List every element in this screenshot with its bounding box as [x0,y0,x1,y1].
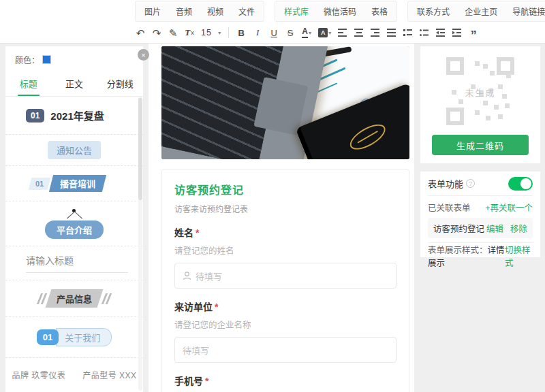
linked-form-label: 已关联表单 [428,201,471,214]
form-feature-label: 表单功能 [428,177,463,190]
form-feature-toggle[interactable] [508,177,533,191]
strikethrough-button[interactable]: S [283,25,297,40]
generate-qrcode-button[interactable]: 生成二维码 [432,135,529,155]
template-product-heading[interactable]: 产品信息 [5,280,143,317]
number-badge: 01 [26,109,44,122]
number-badge: 01 [29,178,51,190]
color-swatch[interactable] [42,55,51,64]
format-toolbar: ↶ ↷ ✎ Tx 15 ▾ B I U S A▾ A▾ ” [0,22,545,44]
clear-format-icon[interactable]: Tx [183,25,196,40]
form-title: 访客预约登记 [174,181,396,197]
switch-style-button[interactable]: 切换样式 [505,243,533,269]
qr-code-card: 未生成 生成二维码 [420,46,540,163]
format-painter-icon[interactable]: ✎ [166,25,180,40]
tab-audio[interactable]: 音频 [168,1,200,21]
linked-form-header-row: 已关联表单 +再关联一个 [428,196,533,218]
slash-decor [104,293,110,304]
required-mark: * [205,376,208,387]
name-placeholder: 待填写 [196,270,222,282]
align-right-icon[interactable] [369,25,382,40]
template-training-heading[interactable]: 01 播音培训 [5,166,143,201]
insert-tabbar: 图片 音频 视频 文件 样式库 微信活码 表格 联系方式 企业主页 导航链接 [0,0,545,22]
color-label: 颜色： [15,54,40,65]
template-platform-heading[interactable]: 平台介绍 [5,201,143,246]
template-plain-heading[interactable]: 请输入标题 [5,246,143,280]
required-mark: * [215,301,218,312]
toolbar-divider [228,27,229,38]
template-list: 01 2021年复盘 通知公告 01 播音培训 平台介绍 请输入标题 产品信息 … [5,97,143,391]
color-picker-row: 颜色： [5,46,143,71]
bg-color-button[interactable]: A▾ [316,25,333,40]
bullet-list-icon[interactable] [418,25,431,40]
template-notice-heading[interactable]: 通知公告 [5,135,143,166]
tab-nav-link[interactable]: 导航链接 [505,1,545,21]
tab-image[interactable]: 图片 [137,1,168,21]
qr-code-placeholder: 未生成 [445,56,516,127]
company-input[interactable]: 待填写 [174,337,396,363]
form-subtitle: 访客来访预约登记表 [174,203,396,214]
style-category-tabs: 标题 正文 分割线 [5,72,143,97]
link-tab-group: 联系方式 企业主页 导航链接 [407,1,545,22]
tab-company-page[interactable]: 企业主页 [457,1,505,21]
template-about-heading[interactable]: 01 关于我们 [5,317,143,358]
ordered-list-icon[interactable] [401,25,415,40]
align-left-icon[interactable] [336,25,349,40]
template-review-heading[interactable]: 01 2021年复盘 [5,97,143,135]
company-field-label: 来访单位* [174,299,396,313]
bold-button[interactable]: B [234,25,248,40]
media-tab-group: 图片 音频 视频 文件 [135,1,264,22]
notebook-logo [346,119,389,154]
tab-divider-styles[interactable]: 分割线 [97,72,143,96]
tab-body-styles[interactable]: 正文 [51,72,97,96]
close-icon[interactable]: × [138,49,149,61]
tab-heading-styles[interactable]: 标题 [5,72,51,96]
outdent-icon[interactable] [434,25,448,40]
phone-field-label: 手机号* [174,374,396,387]
slash-decor [39,293,45,304]
visitor-form-widget[interactable]: 访客预约登记 访客来访预约登记表 姓名* 请登记您的姓名 待填写 来访单位* 请… [161,169,409,392]
company-placeholder: 待填写 [183,344,209,357]
qr-status-text: 未生成 [445,86,516,99]
tab-file[interactable]: 文件 [231,1,262,21]
company-field-desc: 请登记您的企业名称 [174,318,396,331]
form-feature-row: 表单功能 ? [428,172,533,196]
undo-icon[interactable]: ↶ [134,25,147,40]
tab-style-library[interactable]: 样式库 [277,1,316,21]
chevron-down-icon: ▾ [309,30,311,36]
add-link-button[interactable]: +再关联一个 [485,201,533,214]
form-function-card: 表单功能 ? 已关联表单 +再关联一个 访客预约登记 编辑 移除 表单展示样式：… [420,172,540,257]
number-badge: 01 [37,329,59,345]
indent-icon[interactable] [450,25,464,40]
content-image[interactable]: LOREM IPSUM DOLOR [161,46,409,159]
tab-contact[interactable]: 联系方式 [409,1,457,21]
name-field-label: 姓名* [174,225,396,239]
chevron-down-icon: ▾ [218,30,221,36]
tab-table[interactable]: 表格 [364,1,395,21]
help-icon[interactable]: ? [466,179,475,188]
sidebar-scrollbar-thumb[interactable] [138,98,142,200]
hanger-ropes [63,212,86,220]
underline-button[interactable]: U [267,25,281,40]
align-justify-icon[interactable] [385,25,399,40]
tab-wechat-qrcode[interactable]: 微信活码 [316,1,364,21]
name-input[interactable]: 待填写 [174,263,396,289]
edit-form-button[interactable]: 编辑 [486,222,503,235]
font-color-button[interactable]: A▾ [300,25,313,40]
name-field-desc: 请登记您的姓名 [174,244,396,257]
style-library-panel: × 颜色： 标题 正文 分割线 01 2021年复盘 通知公告 01 播音培训 … [5,46,143,392]
widget-tab-group: 样式库 微信活码 表格 [275,1,397,22]
italic-button[interactable]: I [251,25,264,40]
font-size-select[interactable]: 15 ▾ [199,25,223,40]
template-brand-heading[interactable]: 品牌 玖零仪表 产品型号 XXX [5,358,143,391]
chevron-down-icon: ▾ [328,30,331,36]
blockquote-icon[interactable]: ” [467,25,480,40]
linked-form-row: 访客预约登记 编辑 移除 [428,218,533,238]
redo-icon[interactable]: ↷ [150,25,164,40]
align-center-icon[interactable] [352,25,366,40]
tab-video[interactable]: 视频 [200,1,231,21]
linked-form-name: 访客预约登记 [433,222,484,235]
editor-canvas[interactable]: LOREM IPSUM DOLOR 访客预约登记 访客来访预约登记表 姓名* 请… [149,44,414,392]
remove-form-button[interactable]: 移除 [510,222,527,235]
form-style-label: 表单展示样式： [428,246,488,255]
required-mark: * [196,227,199,238]
